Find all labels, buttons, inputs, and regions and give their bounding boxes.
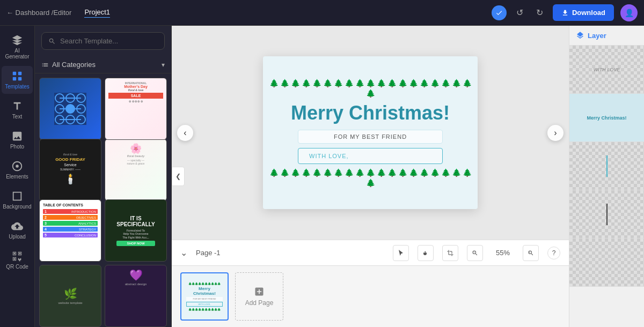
photo-icon [11,130,23,142]
sidebar-item-ai-generator[interactable]: AIGenerator [2,30,33,64]
download-button[interactable]: Download [553,4,614,21]
canvas-toolbar: ⌄ Page -1 55% ? [172,240,569,265]
template-card[interactable]: 🌸 floral beauty — specialty —nature & gr… [105,139,167,201]
template-card[interactable]: TABLE OF CONTENTS 1 INTRODUCTION 2 OBJEC… [39,199,101,262]
card-input[interactable]: WITH LOVE, [298,148,443,164]
template-card[interactable] [39,78,101,140]
main-layout: AIGenerator Templates Text Photo Element… [0,26,644,327]
download-icon [561,9,569,17]
undo-button[interactable]: ↺ [513,5,526,20]
help-button[interactable]: ? [547,247,560,259]
template-card[interactable]: INTERNATIONAL Mother's Day floral & love… [105,78,167,140]
layer-item[interactable]: Merry Christmas! [569,94,644,142]
sidebar-item-templates[interactable]: Templates [2,66,33,94]
right-panel: Layer WITH LOVE Merry Christmas! [569,26,644,327]
template-card[interactable]: floral & love GOOD FRIDAY Service SUMMAR… [39,139,101,201]
pages-strip: 🌲🌲🌲🌲🌲🌲🌲🌲🌲🌲 MerryChristmas! FOR MY BEST F… [172,265,569,327]
category-row[interactable]: All Categories ▾ [35,56,171,73]
layer-item[interactable] [569,239,644,287]
collapse-panel-button[interactable]: ❮ [172,167,185,186]
layer-items: WITH LOVE Merry Christmas! [569,46,644,327]
sidebar-item-upload[interactable]: Upload [2,216,33,244]
back-button[interactable]: ← Dashboard /Editor [6,9,71,17]
search-icon [48,38,56,45]
canvas-next-button[interactable]: › [547,125,564,141]
cursor-icon [398,249,404,257]
crop-tool-button[interactable] [442,245,458,261]
crop-icon [447,249,453,257]
templates-search-area [35,26,171,56]
svg-rect-0 [13,72,16,75]
zoom-out-icon [472,249,478,257]
search-box[interactable] [41,32,165,50]
zoom-level: 55% [492,249,514,257]
layer-item[interactable]: WITH LOVE [569,46,644,94]
card-subtitle[interactable]: FOR MY BEST FRIEND [298,130,443,144]
collapse-pages-button[interactable]: ⌄ [180,248,187,258]
template-card[interactable]: 🌿 website template [39,265,101,327]
layer-item[interactable] [569,142,644,190]
cursor-tool-button[interactable] [393,245,409,261]
sync-indicator [492,5,507,20]
sidebar-item-background[interactable]: Background [2,186,33,214]
hand-tool-button[interactable] [418,245,434,261]
layer-dot-indicator [606,204,608,225]
ai-icon [11,34,23,46]
add-page-button[interactable]: Add Page [235,272,283,321]
canvas-wrapper: ‹ 🌲🌲🌲 🌲🌲🌲 🌲🌲🌲 🌲🌲🌲 🌲🌲🌲 🌲🌲🌲 🌲🌲 Merry Chris… [172,26,569,240]
svg-rect-1 [18,72,21,75]
card-title[interactable]: Merry Christmas! [291,102,450,124]
sidebar-icons: AIGenerator Templates Text Photo Element… [0,26,35,327]
trees-top: 🌲🌲🌲 🌲🌲🌲 🌲🌲🌲 🌲🌲🌲 🌲🌲🌲 🌲🌲🌲 🌲🌲 [263,79,478,98]
zoom-in-button[interactable] [523,245,539,261]
layer-icon [576,31,584,40]
sidebar-item-text[interactable]: Text [2,96,33,124]
canvas-area: ❮ ‹ 🌲🌲🌲 🌲🌲🌲 🌲🌲🌲 🌲🌲🌲 🌲🌲🌲 🌲🌲🌲 🌲🌲 [172,26,569,327]
templates-grid: INTERNATIONAL Mother's Day floral & love… [35,73,171,327]
background-icon [11,190,23,202]
project-title[interactable]: Project1 [84,8,110,18]
trees-bottom: 🌲🌲🌲 🌲🌲🌲 🌲🌲🌲 🌲🌲🌲 🌲🌲🌲 🌲🌲🌲 🌲🌲 [263,168,478,187]
user-avatar[interactable]: 👤 [620,4,638,21]
sidebar-item-elements[interactable]: Elements [2,156,33,184]
redo-button[interactable]: ↻ [533,5,546,20]
qr-icon [11,250,23,262]
search-input[interactable] [60,37,158,45]
layer-item[interactable] [569,190,644,239]
topbar: ← Dashboard /Editor Project1 ↺ ↻ Downloa… [0,0,644,26]
hand-icon [422,249,429,257]
page-indicator: Page -1 [196,249,221,257]
category-icon [41,61,49,69]
svg-rect-2 [13,77,16,80]
canvas-prev-button[interactable]: ‹ [177,125,193,141]
canvas-document[interactable]: 🌲🌲🌲 🌲🌲🌲 🌲🌲🌲 🌲🌲🌲 🌲🌲🌲 🌲🌲🌲 🌲🌲 Merry Christm… [263,56,478,209]
zoom-out-button[interactable] [467,245,483,261]
templates-panel: All Categories ▾ [35,26,172,327]
svg-rect-3 [18,77,21,80]
page-thumbnail[interactable]: 🌲🌲🌲🌲🌲🌲🌲🌲🌲🌲 MerryChristmas! FOR MY BEST F… [180,272,229,321]
svg-point-4 [16,165,19,168]
layer-line-indicator [606,155,608,177]
add-page-icon [254,286,265,297]
upload-icon [11,220,23,232]
sidebar-item-photo[interactable]: Photo [2,126,33,154]
zoom-in-icon [528,249,534,257]
elements-icon [11,160,23,172]
sidebar-item-qr-code[interactable]: QR Code [2,246,33,274]
template-card[interactable]: IT ISSPECIFICALLY Formulated ToHelp You … [105,199,167,262]
layer-panel-header: Layer [569,26,644,46]
template-card[interactable]: 💜 abstract design [105,265,167,327]
text-icon [11,100,23,112]
template-preview [54,93,86,125]
templates-icon [11,70,23,82]
category-chevron-icon: ▾ [162,61,165,69]
